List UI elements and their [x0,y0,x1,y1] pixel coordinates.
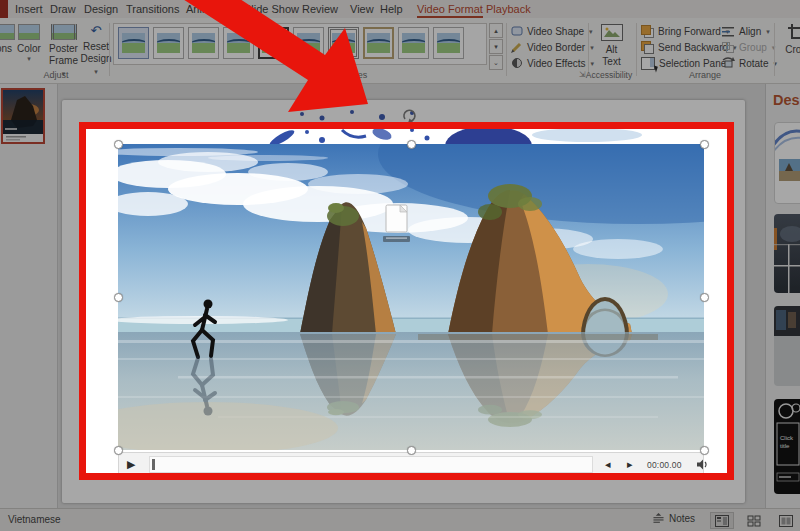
video-shape-label: Video Shape [527,26,584,37]
group-button[interactable]: Group ▾ [722,40,775,54]
video-style-thumbnail[interactable] [398,27,429,59]
menu-item-help[interactable]: Help [380,3,403,15]
slide-thumbnail-selected[interactable] [1,88,45,144]
video-shape-button[interactable]: Video Shape ▾ [511,24,593,38]
menu-item-review[interactable]: Review [302,3,338,15]
group-separator [588,23,589,76]
color-label: Color [17,43,41,55]
gallery-scroll-down-button[interactable]: ▾ [489,39,503,54]
video-styles-gallery [113,23,487,65]
video-style-thumbnail[interactable] [258,27,289,59]
menu-item-transitions[interactable]: Transitions [126,3,179,15]
align-icon [722,26,735,37]
video-style-thumbnail[interactable] [188,27,219,59]
slide-decoration-wash [532,128,642,142]
video-style-thumbnail[interactable] [328,27,359,59]
resize-handle-bottom-right[interactable] [700,446,709,455]
crop-icon [788,24,800,41]
selection-pane-label: Selection Pane [659,58,726,69]
bring-forward-button[interactable]: Bring Forward ▾ [641,24,729,38]
video-style-thumbnail[interactable] [223,27,254,59]
resize-handle-top-right[interactable] [700,140,709,149]
alt-text-label: Alt [606,44,618,56]
menu-item-draw[interactable]: Draw [50,3,76,15]
rotate-handle-icon[interactable] [402,108,418,124]
video-style-preview [192,33,215,53]
video-styles-group-label: Styles [310,70,400,80]
design-card-text: Click [780,435,793,441]
selection-pane-button[interactable]: Selection Pane [641,56,726,70]
app-logo-fragment [0,0,8,18]
slide-canvas[interactable]: ▶ ◂ ▸ 00:00.00 [62,100,745,503]
video-style-preview [227,33,250,53]
video-style-preview [122,33,145,53]
poster-frame-label: Poster [49,43,78,55]
normal-view-button[interactable] [710,512,734,529]
video-control-bar: ▶ ◂ ▸ 00:00.00 [118,452,704,476]
notes-toggle-button[interactable]: Notes [652,513,695,524]
menu-item-view[interactable]: View [350,3,374,15]
poster-frame-icon [51,24,77,40]
move-forward-frame-button[interactable]: ▸ [627,456,633,472]
menu-item-design[interactable]: Design [84,3,118,15]
resize-handle-bottom-left[interactable] [114,446,123,455]
gallery-more-button[interactable]: ⌄ [489,55,503,70]
design-suggestion-card[interactable] [774,122,800,204]
design-suggestion-card[interactable]: Click title [774,399,800,494]
play-button[interactable]: ▶ [127,456,135,472]
group-label: Group [739,42,767,53]
mute-unmute-icon[interactable] [697,459,709,470]
video-border-label: Video Border [527,42,585,53]
video-style-thumbnail[interactable] [118,27,149,59]
video-border-button[interactable]: Video Border ▾ [511,40,594,54]
resize-handle-bottom-middle[interactable] [407,446,416,455]
menu-item-slide-show[interactable]: Slide Show [244,3,299,15]
accessibility-group-label: Accessibility [582,70,636,80]
chevron-down-icon: ▾ [766,28,770,35]
corrections-label: ons [0,43,12,55]
send-backward-icon [641,41,654,54]
gallery-scroll-up-button[interactable]: ▴ [489,23,503,38]
video-style-thumbnail[interactable] [293,27,324,59]
resize-handle-top-left[interactable] [114,140,123,149]
video-style-thumbnail[interactable] [433,27,464,59]
video-style-thumbnail[interactable] [363,27,394,59]
crop-button[interactable]: Crop [779,22,800,79]
align-label: Align [739,26,761,37]
menu-bar: Insert Draw Design Transitions Animation… [0,0,800,18]
rotate-button[interactable]: Rotate ▾ [722,56,777,70]
design-card-preview [774,214,800,293]
group-icon [722,42,735,53]
video-effects-button[interactable]: Video Effects ▾ [511,56,594,70]
align-button[interactable]: Align ▾ [722,24,770,38]
video-poster-frame[interactable] [118,144,704,450]
embedded-file-icon [383,205,410,242]
video-style-preview [367,33,390,53]
move-back-frame-button[interactable]: ◂ [605,456,611,472]
video-effects-label: Video Effects [527,58,586,69]
language-indicator[interactable]: Vietnamese [8,514,61,525]
notes-icon [652,513,665,524]
resize-handle-middle-right[interactable] [700,293,709,302]
reading-view-icon [779,515,793,527]
menu-item-animations[interactable]: Animations [186,3,240,15]
ribbon: ons Color ▾ Poster Frame ▾ ↶ Reset Desig… [0,18,800,84]
tab-playback[interactable]: Playback [486,3,531,15]
seek-position-marker[interactable] [152,459,155,470]
tab-video-format[interactable]: Video Format [417,3,483,18]
rotate-label: Rotate [739,58,768,69]
slide-sorter-view-button[interactable] [742,512,766,529]
send-backward-label: Send Backward [658,42,728,53]
video-style-thumbnail[interactable] [153,27,184,59]
reading-view-button[interactable] [774,512,798,529]
design-suggestion-card[interactable] [774,306,800,386]
design-ideas-panel: Desig [765,84,800,508]
seek-bar[interactable] [149,456,593,473]
design-suggestion-card[interactable] [774,214,800,293]
gallery-scroll: ▴ ▾ ⌄ [489,23,503,70]
elapsed-time: 00:00.00 [647,460,682,470]
resize-handle-middle-left[interactable] [114,293,123,302]
resize-handle-top-middle[interactable] [407,140,416,149]
group-separator [636,23,637,76]
menu-item-insert[interactable]: Insert [15,3,43,15]
